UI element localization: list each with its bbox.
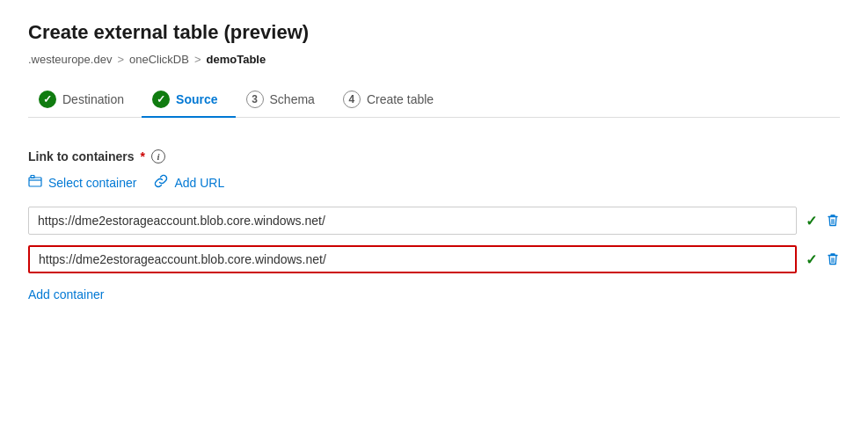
svg-rect-0 (29, 178, 41, 186)
tab-destination-label: Destination (62, 92, 124, 106)
url-2-valid-icon: ✓ (806, 251, 817, 268)
source-check-icon: ✓ (152, 91, 170, 108)
breadcrumb-db: oneClickDB (129, 53, 189, 66)
tab-source[interactable]: ✓ Source (142, 82, 235, 117)
add-url-link[interactable]: Add URL (154, 174, 224, 191)
select-container-icon (28, 174, 42, 191)
breadcrumb-sep1: > (117, 53, 124, 66)
destination-check-icon: ✓ (39, 91, 56, 108)
tab-schema[interactable]: 3 Schema (236, 82, 332, 117)
add-url-label: Add URL (174, 176, 224, 190)
add-container-label: Add container (28, 287, 104, 301)
url-input-2[interactable] (28, 245, 797, 273)
url-input-row-1: ✓ (28, 207, 840, 235)
create-table-num-icon: 4 (343, 91, 361, 108)
breadcrumb: .westeurope.dev > oneClickDB > demoTable (28, 53, 840, 66)
content-area: Link to containers * i Select container (28, 142, 840, 301)
page-container: Create external table (preview) .westeur… (0, 0, 868, 443)
select-container-link[interactable]: Select container (28, 174, 136, 191)
section-label-text: Link to containers (28, 149, 135, 163)
url-input-1[interactable] (28, 207, 797, 235)
tab-source-label: Source (176, 92, 217, 106)
tab-schema-label: Schema (270, 92, 315, 106)
url-1-valid-icon: ✓ (806, 213, 817, 229)
breadcrumb-table: demoTable (207, 53, 266, 66)
info-icon: i (151, 149, 165, 163)
add-container-link[interactable]: Add container (28, 287, 104, 301)
add-url-icon (154, 174, 168, 191)
breadcrumb-prefix: .westeurope.dev (28, 53, 112, 66)
url-2-delete-icon[interactable] (826, 251, 840, 267)
required-star: * (141, 149, 145, 163)
section-label: Link to containers * i (28, 149, 840, 163)
tab-create-table[interactable]: 4 Create table (332, 82, 451, 117)
tabs-container: ✓ Destination ✓ Source 3 Schema 4 Create… (28, 82, 840, 118)
page-title: Create external table (preview) (28, 21, 840, 44)
url-1-delete-icon[interactable] (826, 213, 840, 229)
action-links-row: Select container Add URL (28, 174, 840, 191)
breadcrumb-sep2: > (194, 53, 201, 66)
tab-create-table-label: Create table (367, 92, 434, 106)
url-input-row-2: ✓ (28, 245, 840, 273)
schema-num-icon: 3 (246, 91, 264, 108)
select-container-label: Select container (48, 176, 136, 190)
svg-rect-1 (31, 176, 34, 178)
tab-destination[interactable]: ✓ Destination (28, 82, 142, 117)
